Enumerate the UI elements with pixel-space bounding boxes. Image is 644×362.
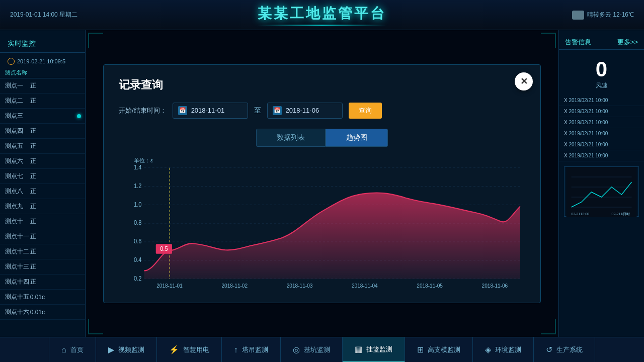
wind-value: 0	[564, 57, 639, 81]
center-area: 记录查询 ✕ 开始/结束时间： 📅 2018-11-01 至 📅 2018-11…	[86, 30, 558, 337]
chart-unit: 单位：ε	[134, 157, 153, 164]
nav-icon: ↺	[546, 345, 552, 354]
svg-text:2018-11-02: 2018-11-02	[221, 283, 248, 287]
nav-item-塔吊监测[interactable]: ↑塔吊监测	[222, 337, 281, 363]
clock-icon	[8, 58, 15, 65]
nav-icon: ⌂	[61, 345, 66, 354]
svg-rect-23	[567, 167, 637, 217]
site-title: 某某工地监管平台	[258, 4, 386, 26]
datetime: 2019-01-01 14:00 星期二	[10, 11, 77, 19]
modal-dialog: 记录查询 ✕ 开始/结束时间： 📅 2018-11-01 至 📅 2018-11…	[103, 64, 541, 303]
nav-item-视频监测[interactable]: ▶视频监测	[96, 337, 157, 363]
sidebar-items: 测点一正测点二正测点三测点四正测点五正测点六正测点七正测点八正测点九正测点十正测…	[0, 78, 85, 320]
svg-text:0.4: 0.4	[134, 256, 142, 262]
alert-list-item: X 2019/02/21 10:00	[559, 106, 644, 117]
svg-text:0.5: 0.5	[160, 246, 168, 252]
sidebar-item[interactable]: 测点三	[0, 109, 85, 124]
date-label: 开始/结束时间：	[119, 106, 167, 115]
date-separator: 至	[254, 106, 261, 115]
wind-display: 0 风速	[559, 52, 644, 95]
nav-label: 基坑监测	[304, 345, 330, 354]
more-link[interactable]: 更多>>	[617, 38, 638, 47]
sidebar-item[interactable]: 测点十正	[0, 214, 85, 229]
calendar-start-icon: 📅	[178, 106, 187, 115]
nav-items: ⌂首页▶视频监测⚡智慧用电↑塔吊监测◎基坑监测▦挂篮监测⊞高支模监测◈环境监测↺…	[49, 337, 595, 363]
sidebar-item[interactable]: 测点十四正	[0, 275, 85, 290]
modal-close-button[interactable]: ✕	[515, 72, 533, 90]
nav-item-挂篮监测[interactable]: ▦挂篮监测	[343, 337, 405, 363]
sidebar-item[interactable]: 测点四正	[0, 124, 85, 139]
svg-text:0.6: 0.6	[134, 238, 141, 244]
start-date-input[interactable]: 📅 2018-11-01	[173, 103, 248, 119]
nav-label: 生产系统	[556, 345, 583, 354]
tab-data-list[interactable]: 数据列表	[256, 129, 326, 147]
svg-text:2018-11-03: 2018-11-03	[287, 283, 313, 287]
weather-icon	[572, 11, 584, 20]
nav-icon: ◈	[485, 345, 491, 354]
sidebar-item[interactable]: 测点十二正	[0, 244, 85, 259]
alert-list-item: X 2019/02/21 10:00	[559, 128, 644, 139]
nav-item-智慧用电[interactable]: ⚡智慧用电	[157, 337, 222, 363]
wind-label: 风速	[564, 81, 639, 90]
nav-label: 环境监测	[495, 345, 521, 354]
sidebar: 实时监控 2019-02-21 10:09:5 测点名称 测点一正测点二正测点三…	[0, 30, 86, 337]
svg-text:1.4: 1.4	[134, 164, 142, 170]
svg-text:0.2: 0.2	[134, 275, 141, 281]
navbar: ⌂首页▶视频监测⚡智慧用电↑塔吊监测◎基坑监测▦挂篮监测⊞高支模监测◈环境监测↺…	[0, 337, 644, 362]
nav-label: 挂篮监测	[366, 345, 392, 354]
alert-list-item: X 2019/02/21 10:00	[559, 117, 644, 128]
nav-item-高支模监测[interactable]: ⊞高支模监测	[405, 337, 473, 363]
sidebar-title: 实时监控	[0, 35, 85, 53]
mini-chart: 02-2112:00 02-2118:00 日时	[564, 166, 639, 217]
right-panel-header: 告警信息 更多>>	[559, 35, 644, 50]
nav-label: 首页	[70, 345, 84, 354]
tab-buttons: 数据列表 趋势图	[119, 129, 525, 147]
svg-text:1.0: 1.0	[134, 201, 141, 207]
sidebar-item[interactable]: 测点十一正	[0, 229, 85, 244]
start-date-value: 2018-11-01	[191, 107, 225, 114]
status-dot	[77, 114, 81, 118]
nav-icon: ◎	[293, 345, 300, 354]
alert-list-item: X 2019/02/21 10:00	[559, 95, 644, 106]
alert-title: 告警信息	[565, 38, 591, 47]
svg-text:0.8: 0.8	[134, 220, 141, 226]
trend-chart: 1.4 1.2 1.0 0.8 0.6 0.4 0.2 2018-11-01 2…	[119, 157, 525, 288]
sidebar-item[interactable]: 测点十三正	[0, 259, 85, 275]
query-button[interactable]: 查询	[349, 103, 382, 119]
end-date-value: 2018-11-06	[286, 107, 319, 114]
modal-title: 记录查询	[119, 77, 525, 93]
sidebar-item[interactable]: 测点一正	[0, 78, 85, 94]
nav-item-基坑监测[interactable]: ◎基坑监测	[281, 337, 343, 363]
right-panel: 告警信息 更多>> 0 风速 X 2019/02/21 10:00X 2019/…	[558, 30, 644, 337]
svg-text:日时: 日时	[623, 212, 630, 216]
sidebar-item[interactable]: 测点五正	[0, 139, 85, 154]
main-content: 实时监控 2019-02-21 10:09:5 测点名称 测点一正测点二正测点三…	[0, 30, 644, 337]
sidebar-item[interactable]: 测点十六0.01c	[0, 305, 85, 320]
chart-container: 单位：ε 1.4 1.2 1.0 0.8	[119, 157, 525, 288]
alert-list: X 2019/02/21 10:00X 2019/02/21 10:00X 20…	[559, 95, 644, 161]
nav-icon: ⚡	[169, 345, 179, 354]
sidebar-item[interactable]: 测点八正	[0, 184, 85, 199]
svg-text:2018-11-06: 2018-11-06	[482, 283, 508, 287]
modal-overlay: 记录查询 ✕ 开始/结束时间： 📅 2018-11-01 至 📅 2018-11…	[86, 30, 558, 337]
sidebar-item[interactable]: 测点二正	[0, 94, 85, 109]
header: 2019-01-01 14:00 星期二 某某工地监管平台 晴转多云 12-16…	[0, 0, 644, 30]
nav-icon: ▦	[355, 344, 362, 354]
nav-item-首页[interactable]: ⌂首页	[49, 337, 96, 363]
nav-item-环境监测[interactable]: ◈环境监测	[473, 337, 534, 363]
sidebar-item[interactable]: 测点十五0.01c	[0, 290, 85, 305]
sidebar-date: 2019-02-21 10:09:5	[0, 55, 85, 67]
nav-icon: ▶	[108, 345, 114, 354]
sidebar-item[interactable]: 测点七正	[0, 169, 85, 184]
tab-trend-chart[interactable]: 趋势图	[326, 129, 388, 147]
nav-icon: ↑	[234, 345, 238, 354]
sidebar-item[interactable]: 测点九正	[0, 199, 85, 214]
svg-text:2018-11-05: 2018-11-05	[417, 283, 443, 287]
calendar-end-icon: 📅	[273, 106, 282, 115]
nav-label: 高支模监测	[428, 345, 460, 354]
nav-item-生产系统[interactable]: ↺生产系统	[534, 337, 595, 363]
alert-list-item: X 2019/02/21 10:00	[559, 139, 644, 150]
end-date-input[interactable]: 📅 2018-11-06	[267, 103, 343, 119]
svg-text:1.2: 1.2	[134, 183, 141, 189]
sidebar-item[interactable]: 测点六正	[0, 154, 85, 169]
